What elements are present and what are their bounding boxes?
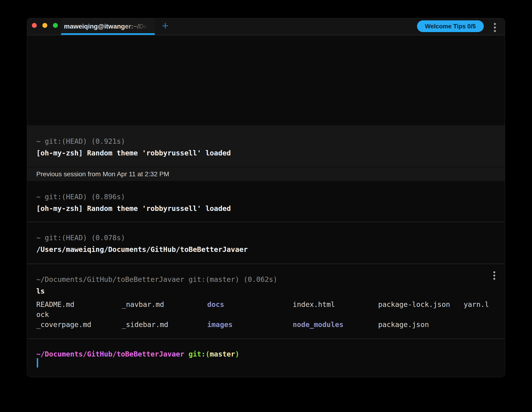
close-button[interactable] — [32, 23, 37, 28]
block-header: ~ git:(HEAD) (0.896s) — [36, 191, 505, 203]
listing-row: _coverpage.md_sidebar.mdimagesnode_modul… — [36, 319, 505, 330]
zoom-button[interactable] — [53, 23, 58, 28]
listing-row: README.md_navbar.mddocsindex.htmlpackage… — [36, 300, 505, 309]
terminal-block-ls: ~/Documents/GitHub/toBeBetterJavaer git:… — [27, 274, 505, 297]
active-tab-indicator — [61, 33, 155, 35]
welcome-tips-button[interactable]: Welcome Tips 0/5 — [417, 20, 484, 32]
block-header: ~ git:(HEAD) (0.078s) — [36, 232, 505, 244]
block-output: [oh-my-zsh] Random theme 'robbyrussell' … — [36, 147, 505, 159]
listing-cell-file: _navbar.md — [122, 300, 207, 309]
listing-cell-file: _coverpage.md — [36, 319, 122, 330]
listing-cell-dir: docs — [207, 300, 293, 309]
tab-title-fade — [122, 18, 155, 33]
terminal-block: ~ git:(HEAD) (0.078s) /Users/maweiqing/D… — [27, 232, 505, 255]
block-output: [oh-my-zsh] Random theme 'robbyrussell' … — [36, 203, 505, 215]
block-header: ~/Documents/GitHub/toBeBetterJavaer git:… — [36, 274, 505, 285]
current-prompt-block[interactable]: ~/Documents/GitHub/toBeBetterJavaer git:… — [27, 349, 505, 359]
traffic-lights — [32, 23, 58, 28]
terminal-block-previous: ~ git:(HEAD) (0.921s) [oh-my-zsh] Random… — [27, 125, 505, 167]
titlebar: maweiqing@itwanger:~/Docum + Welcome Tip… — [27, 18, 505, 35]
prompt-path: ~/Documents/GitHub/toBeBetterJavaer — [36, 350, 184, 358]
listing-cell-file: index.html — [293, 300, 378, 309]
listing-cell-dir: images — [207, 319, 293, 330]
terminal-window: maweiqing@itwanger:~/Docum + Welcome Tip… — [27, 18, 505, 377]
block-output: /Users/maweiqing/Documents/GitHub/toBeBe… — [36, 244, 505, 255]
terminal-content: ~ git:(HEAD) (0.921s) [oh-my-zsh] Random… — [27, 35, 505, 377]
shell-prompt: ~/Documents/GitHub/toBeBetterJavaer git:… — [36, 349, 505, 359]
prompt-git-suffix: ) — [235, 350, 239, 358]
text-cursor — [37, 358, 38, 367]
listing-cell-file: _sidebar.md — [122, 319, 207, 330]
previous-session-banner: Previous session from Mon Apr 11 at 2:32… — [27, 167, 505, 181]
listing-cell-file: package-lock.json — [378, 300, 464, 309]
ls-output-listing: README.md_navbar.mddocsindex.htmlpackage… — [27, 300, 505, 330]
prompt-git-branch: master — [210, 350, 235, 358]
minimize-button[interactable] — [42, 23, 47, 28]
block-divider — [27, 222, 505, 222]
listing-cell-file: README.md — [36, 300, 122, 309]
listing-row: ock — [36, 309, 505, 319]
titlebar-menu-icon[interactable] — [494, 23, 496, 32]
listing-cell-file: yarn.l — [464, 300, 505, 309]
listing-cell-file: ock — [36, 309, 122, 319]
listing-cell-dir: node_modules — [293, 319, 378, 330]
new-tab-button[interactable]: + — [158, 18, 172, 34]
terminal-tab[interactable]: maweiqing@itwanger:~/Docum — [61, 18, 155, 35]
block-menu-icon[interactable] — [493, 271, 495, 280]
desktop-background: maweiqing@itwanger:~/Docum + Welcome Tip… — [0, 0, 532, 412]
prompt-git-prefix: git:( — [184, 350, 209, 358]
listing-cell-file: package.json — [378, 319, 464, 330]
block-header: ~ git:(HEAD) (0.921s) — [36, 136, 505, 147]
block-divider — [27, 263, 505, 264]
block-divider — [27, 338, 505, 339]
terminal-block: ~ git:(HEAD) (0.896s) [oh-my-zsh] Random… — [27, 191, 505, 215]
block-command: ls — [36, 285, 505, 297]
